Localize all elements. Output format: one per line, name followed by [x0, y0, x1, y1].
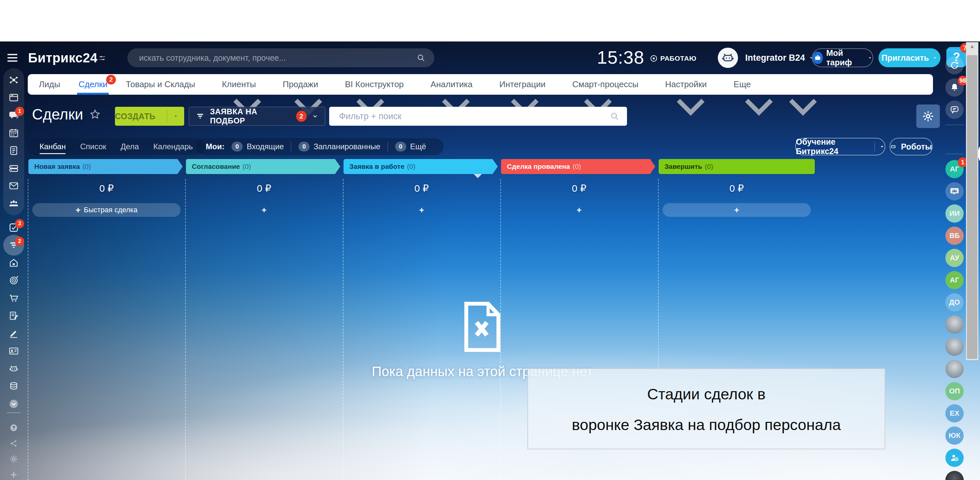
- view-tab[interactable]: Канбан: [40, 142, 66, 151]
- my-counters: Мои: 0 Входящие 0 Запланированные 0 Ещё: [196, 138, 444, 155]
- filter-search-input[interactable]: [329, 111, 610, 121]
- favorite-star-icon[interactable]: [89, 108, 101, 120]
- avatar[interactable]: ЕХ: [945, 404, 964, 423]
- group-chat-icon[interactable]: [945, 182, 964, 200]
- search-icon[interactable]: [610, 112, 619, 121]
- nav-item[interactable]: Лиды: [39, 74, 60, 95]
- search-icon[interactable]: [417, 54, 425, 62]
- help-icon[interactable]: [10, 423, 18, 432]
- add-icon[interactable]: [10, 470, 18, 479]
- company-icon[interactable]: [8, 198, 19, 209]
- robots-button[interactable]: Роботы: [889, 138, 933, 156]
- plus-icon: +: [734, 206, 739, 214]
- nav-item[interactable]: BI Конструктор: [345, 74, 412, 95]
- calendar-icon[interactable]: [8, 128, 19, 138]
- search-icon[interactable]: [947, 132, 962, 146]
- caret-down-icon[interactable]: [880, 144, 885, 149]
- column-header[interactable]: Согласование (0): [186, 159, 340, 174]
- view-tab[interactable]: Дела: [121, 142, 139, 151]
- notifications-icon[interactable]: 98: [945, 78, 964, 97]
- nav-item[interactable]: Продажи: [283, 74, 327, 95]
- nav-item-label: Смарт-процессы: [573, 79, 638, 89]
- avatar[interactable]: ОП: [945, 382, 964, 401]
- create-button[interactable]: СОЗДАТЬ: [115, 107, 184, 126]
- feed-icon[interactable]: [8, 75, 19, 85]
- scrollbar-up-arrow[interactable]: ▲: [966, 43, 978, 49]
- sliders-icon[interactable]: [98, 54, 107, 62]
- add-deal-button[interactable]: +: [663, 203, 811, 217]
- caret-down-icon[interactable]: [167, 114, 184, 119]
- column-header[interactable]: Завершить (0): [659, 159, 815, 174]
- counter-item[interactable]: 0 Ещё: [395, 142, 434, 151]
- sign-icon[interactable]: [8, 328, 19, 339]
- copilot-icon[interactable]: [8, 364, 19, 374]
- counter-item[interactable]: 0 Входящие: [232, 142, 284, 151]
- invite-clock-icon[interactable]: [945, 449, 964, 467]
- avatar-photo[interactable]: [945, 315, 964, 334]
- scrollbar[interactable]: ▲: [966, 42, 978, 360]
- sites-icon[interactable]: [8, 92, 19, 103]
- column-header[interactable]: Заявка в работе (0): [344, 159, 498, 174]
- nav-item[interactable]: Аналитика: [430, 74, 481, 95]
- quick-deal-button[interactable]: +Быстрая сделка: [32, 203, 181, 217]
- network-icon[interactable]: [10, 439, 18, 448]
- view-tab[interactable]: Календарь: [153, 142, 192, 151]
- filter-search: [329, 107, 627, 126]
- nav-item[interactable]: Клиенты: [222, 74, 264, 95]
- add-deal-button[interactable]: +: [505, 203, 653, 217]
- avatar[interactable]: ДО: [945, 293, 964, 312]
- column-header[interactable]: Новая заявка (0): [29, 159, 183, 174]
- contracts-icon[interactable]: [8, 310, 19, 321]
- shop-icon[interactable]: [8, 293, 19, 304]
- clock[interactable]: 15:38: [597, 47, 644, 68]
- history-icon[interactable]: [945, 56, 964, 75]
- messenger-icon[interactable]: 1: [8, 110, 19, 121]
- tariff-button[interactable]: Мой тариф: [812, 48, 873, 67]
- nav-item[interactable]: Сделки2: [78, 74, 107, 95]
- nav-item[interactable]: Еще: [733, 74, 759, 95]
- drive-icon[interactable]: [8, 163, 19, 173]
- add-deal-button[interactable]: +: [190, 203, 338, 217]
- contacts-icon[interactable]: [8, 346, 19, 356]
- nav-item[interactable]: Настройки: [665, 74, 716, 95]
- avatar[interactable]: АГ: [945, 271, 964, 289]
- nav-item[interactable]: Интеграции: [499, 74, 554, 95]
- crm-icon[interactable]: 2: [8, 240, 19, 250]
- menu-icon[interactable]: [6, 51, 19, 64]
- column-header[interactable]: Сделка провалена (0): [501, 159, 655, 174]
- nav-item[interactable]: Товары и Склады: [126, 74, 204, 95]
- user-avatar[interactable]: [718, 48, 738, 68]
- mail-icon[interactable]: [8, 181, 19, 191]
- settings-icon[interactable]: [10, 455, 18, 463]
- counter-item[interactable]: 0 Запланированные: [299, 142, 380, 151]
- market-icon[interactable]: [8, 257, 19, 268]
- avatar[interactable]: ЮК: [945, 426, 964, 445]
- storage-icon[interactable]: [8, 381, 19, 391]
- avatar-photo[interactable]: [945, 471, 964, 480]
- avatar[interactable]: ИИ: [945, 204, 964, 223]
- goals-icon[interactable]: [8, 275, 19, 286]
- avatar[interactable]: АГ1: [945, 160, 964, 178]
- view-tab[interactable]: Список: [80, 142, 106, 151]
- view-bar: КанбанСписокДелаКалендарь Мои: 0 Входящи…: [0, 138, 980, 155]
- scrollbar-thumb[interactable]: [967, 55, 977, 359]
- avatar-photo[interactable]: [945, 360, 964, 378]
- funnel-selector-button[interactable]: ЗАЯВКА НА ПОДБОР 2: [189, 107, 325, 126]
- app-logo[interactable]: Битрикс24: [28, 41, 98, 74]
- avatar[interactable]: АУ: [945, 249, 964, 267]
- column-count: (0): [573, 163, 581, 170]
- kanban-column: Согласование (0) 0 ₽+: [185, 159, 342, 480]
- view-settings-button[interactable]: [916, 105, 940, 128]
- nav-item[interactable]: Смарт-процессы: [573, 74, 647, 95]
- account-menu[interactable]: Integrator B24: [745, 41, 814, 74]
- collapse-icon[interactable]: [8, 399, 19, 409]
- global-search-input[interactable]: [127, 53, 417, 63]
- chats-icon[interactable]: [945, 100, 964, 119]
- tasks-icon[interactable]: 3: [8, 223, 19, 233]
- invite-button[interactable]: Пригласить: [878, 48, 940, 67]
- avatar-photo[interactable]: [945, 338, 964, 356]
- training-button[interactable]: Обучение Битрикс24: [795, 138, 885, 156]
- avatar[interactable]: ВБ: [945, 227, 964, 245]
- add-deal-button[interactable]: +: [347, 203, 496, 217]
- work-status[interactable]: РАБОТАЮ: [651, 54, 697, 62]
